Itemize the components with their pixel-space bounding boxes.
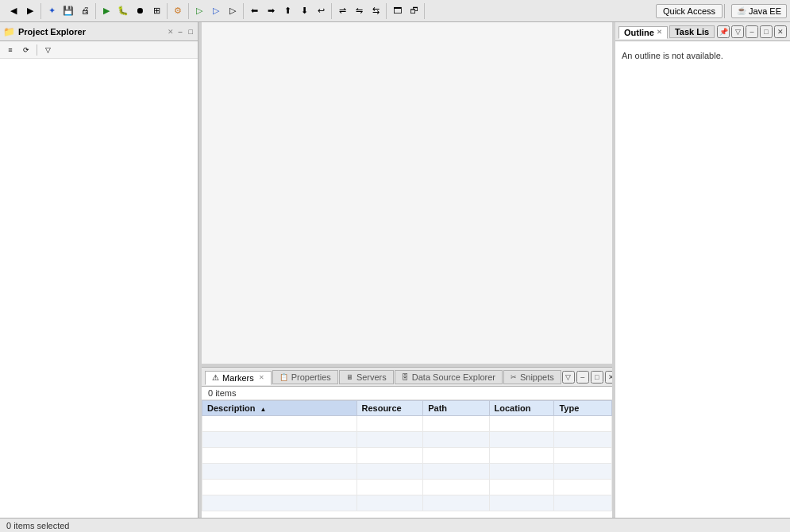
toolbar-run-btn[interactable]: ▶ bbox=[98, 3, 114, 19]
outline-panel: Outline ✕ Task Lis 📌 ▽ – □ ✕ An outline … bbox=[615, 22, 790, 518]
right-panel-close-btn[interactable]: ✕ bbox=[774, 25, 787, 38]
tab-snippets-label: Snippets bbox=[520, 372, 554, 382]
tab-data-source-explorer[interactable]: 🗄 Data Source Explorer bbox=[395, 370, 503, 384]
view-menu-btn[interactable]: ▽ bbox=[40, 43, 55, 57]
toolbar-sep bbox=[37, 44, 37, 56]
outline-tab-close-icon: ✕ bbox=[657, 29, 662, 36]
toolbar-ext-profile-btn[interactable]: ▷ bbox=[225, 3, 241, 19]
table-row bbox=[202, 448, 612, 464]
toolbar-ext-debug-btn[interactable]: ▷ bbox=[208, 3, 224, 19]
toolbar-sync2-btn[interactable]: ⇋ bbox=[351, 3, 367, 19]
right-panel-maximize-btn[interactable]: □ bbox=[760, 25, 773, 38]
quick-access-button[interactable]: Quick Access bbox=[656, 4, 723, 18]
properties-icon: 📋 bbox=[279, 373, 288, 381]
java-ee-button[interactable]: ☕ Java EE bbox=[731, 4, 787, 18]
toolbar-ant-btn[interactable]: ⚙ bbox=[170, 3, 186, 19]
col-path[interactable]: Path bbox=[423, 401, 489, 416]
col-type[interactable]: Type bbox=[554, 401, 612, 416]
task-list-tab-label: Task Lis bbox=[675, 27, 709, 37]
tab-properties[interactable]: 📋 Properties bbox=[272, 370, 338, 384]
sort-arrow: ▲ bbox=[260, 406, 267, 413]
project-explorer-header: 📁 Project Explorer ✕ – □ bbox=[0, 22, 198, 41]
project-explorer-close-icon: ✕ bbox=[168, 28, 174, 36]
project-explorer-maximize-btn[interactable]: □ bbox=[187, 27, 195, 37]
project-explorer-minimize-btn[interactable]: – bbox=[177, 27, 184, 37]
toolbar-group-tools: ▷ ▷ ▷ bbox=[189, 3, 244, 19]
table-row bbox=[202, 464, 612, 480]
items-count-label: 0 items bbox=[202, 387, 612, 400]
tab-markers[interactable]: ⚠ Markers ✕ bbox=[205, 371, 272, 385]
toolbar-sync1-btn[interactable]: ⇌ bbox=[334, 3, 350, 19]
center-area: ⚠ Markers ✕ 📋 Properties 🖥 Servers 🗄 Dat… bbox=[202, 22, 612, 518]
right-panel-menu-btn[interactable]: ▽ bbox=[731, 25, 744, 38]
toolbar-next-edit-btn[interactable]: ➡ bbox=[263, 3, 279, 19]
project-explorer-icon: 📁 bbox=[3, 26, 15, 37]
toolbar-coverage-btn[interactable]: ⊞ bbox=[148, 3, 164, 19]
toolbar-group-ant: ⚙ bbox=[168, 3, 189, 19]
markers-table-wrapper[interactable]: Description ▲ Resource Path Location Typ… bbox=[202, 400, 612, 518]
toolbar-sync3-btn[interactable]: ⇆ bbox=[368, 3, 383, 19]
main-workspace: 📁 Project Explorer ✕ – □ ≡ ⟳ ▽ ⚠ bbox=[0, 22, 790, 518]
toolbar-save-btn[interactable]: 💾 bbox=[60, 3, 76, 19]
project-explorer-title: Project Explorer bbox=[18, 27, 164, 37]
right-panel-pin-btn[interactable]: 📌 bbox=[717, 25, 730, 38]
toolbar-print-btn[interactable]: 🖨 bbox=[77, 3, 93, 19]
status-bar: 0 items selected bbox=[0, 518, 790, 532]
col-resource[interactable]: Resource bbox=[356, 401, 423, 416]
toolbar-group-navtools: ⬅ ➡ ⬆ ⬇ ↩ bbox=[244, 3, 332, 19]
toolbar-new-btn[interactable]: ✦ bbox=[44, 3, 60, 19]
toolbar-ext-run-btn[interactable]: ▷ bbox=[191, 3, 207, 19]
table-row bbox=[202, 480, 612, 495]
markers-tab-close[interactable]: ✕ bbox=[259, 374, 264, 381]
link-with-editor-btn[interactable]: ⟳ bbox=[19, 43, 33, 57]
tab-outline[interactable]: Outline ✕ bbox=[619, 26, 668, 39]
outline-panel-header: Outline ✕ Task Lis 📌 ▽ – □ ✕ bbox=[615, 22, 790, 41]
main-toolbar: ◀ ▶ ✦ 💾 🖨 ▶ 🐛 ⏺ ⊞ ⚙ ▷ ▷ ▷ ⬅ ➡ ⬆ ⬇ ↩ ⇌ ⇋ … bbox=[0, 0, 790, 22]
tab-snippets[interactable]: ✂ Snippets bbox=[503, 370, 561, 384]
data-source-icon: 🗄 bbox=[402, 373, 409, 381]
tab-properties-label: Properties bbox=[291, 372, 331, 382]
toolbar-win2-btn[interactable]: 🗗 bbox=[406, 3, 422, 19]
tab-task-list[interactable]: Task Lis bbox=[669, 25, 715, 38]
table-header-row: Description ▲ Resource Path Location Typ… bbox=[202, 401, 612, 416]
markers-table-body bbox=[202, 416, 612, 511]
toolbar-group-sync: ⇌ ⇋ ⇆ bbox=[332, 3, 387, 19]
snippets-icon: ✂ bbox=[511, 373, 517, 381]
project-explorer-toolbar: ≡ ⟳ ▽ bbox=[0, 41, 198, 59]
toolbar-prev-annot-btn[interactable]: ⬆ bbox=[279, 3, 295, 19]
toolbar-win1-btn[interactable]: 🗖 bbox=[389, 3, 405, 19]
toolbar-debug-btn[interactable]: 🐛 bbox=[115, 3, 131, 19]
col-description[interactable]: Description ▲ bbox=[202, 401, 357, 416]
tab-servers-label: Servers bbox=[356, 372, 387, 382]
toolbar-group-window: 🗖 🗗 bbox=[387, 3, 425, 19]
java-ee-icon: ☕ bbox=[737, 6, 746, 15]
toolbar-prev-edit-btn[interactable]: ⬅ bbox=[246, 3, 262, 19]
editor-area[interactable] bbox=[202, 22, 612, 364]
toolbar-last-edit-btn[interactable]: ↩ bbox=[313, 3, 329, 19]
toolbar-next-annot-btn[interactable]: ⬇ bbox=[296, 3, 312, 19]
collapse-all-btn[interactable]: ≡ bbox=[3, 43, 17, 57]
outline-message: An outline is not available. bbox=[615, 41, 790, 70]
toolbar-back-btn[interactable]: ◀ bbox=[6, 3, 21, 19]
bottom-section: ⚠ Markers ✕ 📋 Properties 🖥 Servers 🗄 Dat… bbox=[202, 367, 612, 518]
table-row bbox=[202, 432, 612, 448]
right-panel-minimize-btn[interactable]: – bbox=[746, 25, 758, 38]
bottom-panel-close-btn[interactable]: ✕ bbox=[605, 371, 612, 384]
project-explorer-content[interactable] bbox=[0, 59, 198, 518]
tab-data-source-label: Data Source Explorer bbox=[412, 372, 495, 382]
toolbar-group-run: ▶ 🐛 ⏺ ⊞ bbox=[96, 3, 168, 19]
project-explorer-panel: 📁 Project Explorer ✕ – □ ≡ ⟳ ▽ bbox=[0, 22, 198, 518]
bottom-panel-menu-btn[interactable]: ▽ bbox=[562, 371, 575, 384]
markers-table: Description ▲ Resource Path Location Typ… bbox=[202, 400, 612, 511]
toolbar-forward-btn[interactable]: ▶ bbox=[22, 3, 38, 19]
bottom-panel-minimize-btn[interactable]: – bbox=[576, 371, 589, 384]
tab-servers[interactable]: 🖥 Servers bbox=[339, 370, 394, 384]
toolbar-profile-btn[interactable]: ⏺ bbox=[132, 3, 148, 19]
bottom-tabs-bar: ⚠ Markers ✕ 📋 Properties 🖥 Servers 🗄 Dat… bbox=[202, 368, 612, 387]
bottom-panel-controls: ▽ – □ ✕ bbox=[562, 371, 612, 384]
bottom-panel-maximize-btn[interactable]: □ bbox=[591, 371, 603, 384]
col-location[interactable]: Location bbox=[489, 401, 554, 416]
outline-tab-label: Outline bbox=[624, 28, 654, 37]
bottom-panel-content: 0 items Description ▲ Resource Path bbox=[202, 387, 612, 518]
toolbar-group-nav: ◀ ▶ bbox=[3, 3, 41, 19]
